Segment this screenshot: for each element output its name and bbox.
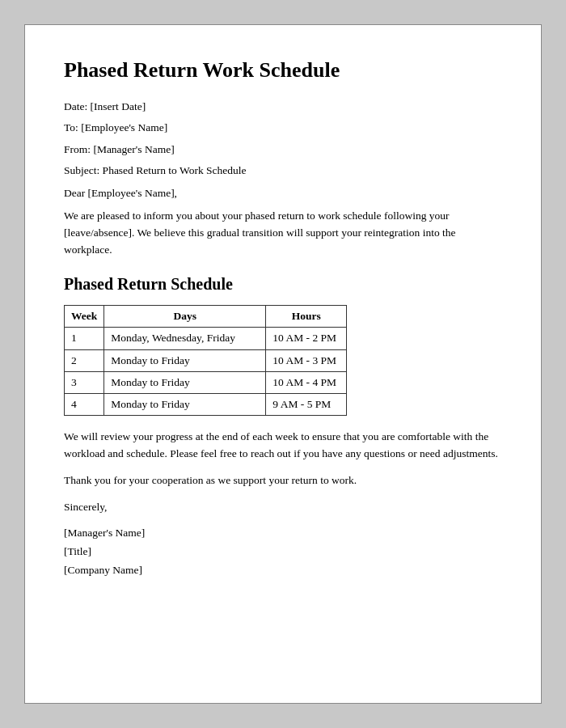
cell-hours: 10 AM - 3 PM [266, 349, 347, 371]
col-header-hours: Hours [266, 306, 347, 328]
to-line: To: [Employee's Name] [64, 120, 502, 136]
subject-line: Subject: Phased Return to Work Schedule [64, 163, 502, 179]
table-row: 4Monday to Friday9 AM - 5 PM [65, 394, 347, 416]
table-header-row: Week Days Hours [65, 306, 347, 328]
table-row: 2Monday to Friday10 AM - 3 PM [65, 349, 347, 371]
cell-days: Monday to Friday [104, 371, 266, 393]
date-line: Date: [Insert Date] [64, 99, 502, 115]
col-header-days: Days [104, 306, 266, 328]
cell-week: 3 [65, 371, 104, 393]
cell-hours: 9 AM - 5 PM [266, 394, 347, 416]
cell-days: Monday to Friday [104, 349, 266, 371]
cell-week: 4 [65, 394, 104, 416]
col-header-week: Week [65, 306, 104, 328]
review-paragraph: We will review your progress at the end … [64, 429, 502, 463]
cell-week: 2 [65, 349, 104, 371]
cell-week: 1 [65, 328, 104, 349]
from-line: From: [Manager's Name] [64, 142, 502, 158]
cell-hours: 10 AM - 4 PM [266, 371, 347, 393]
intro-paragraph: We are pleased to inform you about your … [64, 208, 502, 259]
signature-company: [Company Name] [64, 561, 502, 580]
section-title: Phased Return Schedule [64, 275, 502, 294]
salutation: Dear [Employee's Name], [64, 185, 502, 201]
cell-hours: 10 AM - 2 PM [266, 328, 347, 349]
signature-title: [Title] [64, 543, 502, 561]
schedule-table: Week Days Hours 1Monday, Wednesday, Frid… [64, 305, 347, 416]
signature-block: [Manager's Name] [Title] [Company Name] [64, 524, 502, 580]
document-page: Phased Return Work Schedule Date: [Inser… [24, 24, 542, 704]
table-row: 3Monday to Friday10 AM - 4 PM [65, 371, 347, 393]
document-title: Phased Return Work Schedule [64, 57, 502, 83]
cell-days: Monday, Wednesday, Friday [104, 328, 266, 349]
thankyou-paragraph: Thank you for your cooperation as we sup… [64, 472, 502, 489]
cell-days: Monday to Friday [104, 394, 266, 416]
table-row: 1Monday, Wednesday, Friday10 AM - 2 PM [65, 328, 347, 349]
closing-text: Sincerely, [64, 499, 502, 516]
signature-name: [Manager's Name] [64, 524, 502, 543]
